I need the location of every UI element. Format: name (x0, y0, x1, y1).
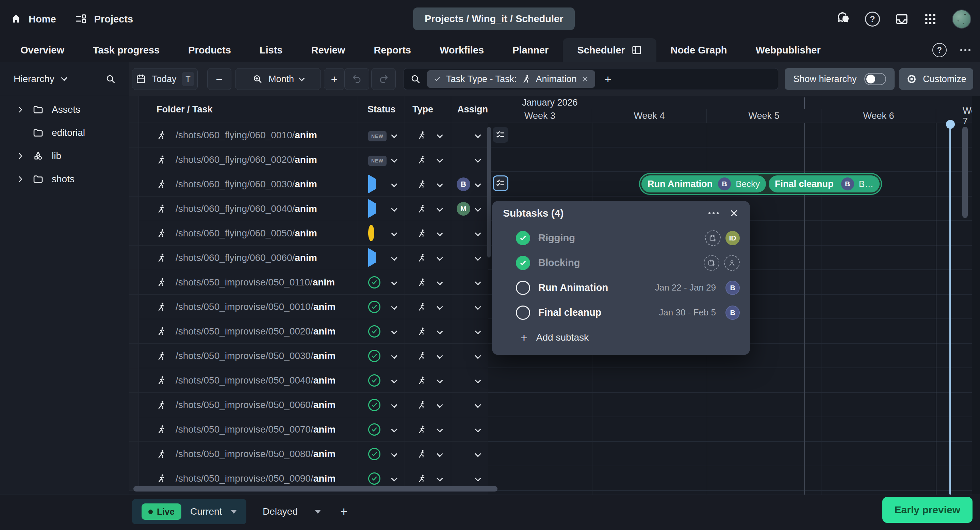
playhead-handle[interactable] (946, 120, 955, 129)
help-icon[interactable]: ? (865, 11, 880, 27)
subtask-row[interactable]: Final cleanup Jan 30 - Feb 5B (492, 300, 750, 325)
chevron-down-icon[interactable] (437, 279, 443, 285)
version-tab-delayed[interactable]: Delayed (263, 499, 321, 524)
type-cell[interactable] (404, 319, 451, 343)
status-cell[interactable] (358, 246, 404, 270)
chevron-down-icon[interactable] (437, 475, 443, 481)
chevron-down-icon[interactable] (391, 475, 397, 481)
tab[interactable]: Scheduler (563, 38, 656, 62)
type-cell[interactable] (404, 344, 451, 368)
close-icon[interactable] (729, 208, 739, 218)
assignee-cell[interactable]: B (451, 172, 488, 196)
chevron-down-icon[interactable] (437, 353, 443, 359)
type-cell[interactable] (404, 147, 451, 172)
close-icon[interactable] (582, 75, 589, 83)
chevron-down-icon[interactable] (391, 230, 397, 236)
calendar-add-icon[interactable] (704, 255, 719, 271)
table-row[interactable]: /shots/050_improvise/050_0080/anim (129, 442, 488, 466)
today-button[interactable]: Today T (132, 68, 198, 90)
chevron-down-icon[interactable] (475, 303, 481, 310)
status-cell[interactable] (358, 221, 404, 245)
column-assignee[interactable]: Assignee (451, 96, 488, 123)
table-scrollbar[interactable] (487, 127, 491, 257)
subtask-row[interactable]: Run Animation Jan 22 - Jan 29B (492, 275, 750, 300)
zoom-level-select[interactable]: Month (235, 68, 321, 90)
version-tab-current[interactable]: Live Current (132, 499, 247, 524)
status-cell[interactable] (358, 368, 404, 393)
chevron-down-icon[interactable] (437, 254, 443, 260)
hierarchy-header[interactable]: Hierarchy (0, 62, 129, 96)
subtask-checkbox[interactable] (516, 305, 530, 320)
search-icon[interactable] (105, 73, 116, 85)
status-cell[interactable] (358, 172, 404, 196)
tree-item[interactable]: Assets (0, 98, 129, 121)
chevron-down-icon[interactable] (475, 279, 481, 285)
chevron-down-icon[interactable] (437, 377, 443, 383)
tree-item[interactable]: lib (0, 144, 129, 168)
assignee-cell[interactable] (451, 417, 488, 441)
subtasks-button[interactable] (493, 127, 508, 143)
assignee-cell[interactable] (451, 246, 488, 270)
chevron-down-icon[interactable] (475, 181, 481, 187)
chevron-down-icon[interactable] (391, 254, 397, 260)
table-row[interactable]: /shots/060_flying/060_0020/anim NEW (129, 147, 488, 172)
tab[interactable]: Task progress (79, 38, 174, 62)
type-cell[interactable] (404, 393, 451, 417)
task-cell[interactable]: /shots/050_improvise/050_0070/anim (139, 417, 358, 441)
chevron-down-icon[interactable] (391, 377, 397, 383)
assignee-cell[interactable] (451, 295, 488, 319)
show-hierarchy-toggle[interactable]: Show hierarchy (785, 68, 894, 90)
zoom-in-button[interactable]: + (324, 68, 345, 90)
chevron-down-icon[interactable] (475, 230, 481, 236)
horizontal-scrollbar[interactable] (134, 486, 498, 492)
zoom-out-button[interactable]: − (207, 68, 231, 90)
type-cell[interactable] (404, 196, 451, 221)
subtasks-button-selected[interactable] (493, 176, 508, 191)
type-cell[interactable] (404, 442, 451, 466)
task-cell[interactable]: /shots/050_improvise/050_0080/anim (139, 442, 358, 466)
tree-item[interactable]: shots (0, 168, 129, 191)
breadcrumb[interactable]: Projects / Wing_it / Scheduler (413, 8, 575, 30)
status-cell[interactable] (358, 196, 404, 221)
chevron-down-icon[interactable] (475, 328, 481, 334)
tab[interactable]: Products (174, 38, 245, 62)
task-cell[interactable]: /shots/060_flying/060_0010/anim (139, 123, 358, 147)
status-cell[interactable]: NEW (358, 147, 404, 172)
status-cell[interactable] (358, 270, 404, 294)
assignee-cell[interactable] (451, 147, 488, 172)
redo-button[interactable] (371, 68, 396, 90)
column-folder-task[interactable]: Folder / Task (139, 96, 358, 123)
early-preview-button[interactable]: Early preview (882, 497, 972, 523)
task-cell[interactable]: /shots/060_flying/060_0050/anim (139, 221, 358, 245)
chevron-down-icon[interactable] (475, 353, 481, 359)
chevron-down-icon[interactable] (391, 353, 397, 359)
status-cell[interactable] (358, 319, 404, 343)
column-type[interactable]: Type (404, 96, 451, 123)
task-cell[interactable]: /shots/050_improvise/050_0030/anim (139, 344, 358, 368)
column-status[interactable]: Status (358, 96, 404, 123)
chevron-down-icon[interactable] (475, 451, 481, 457)
type-cell[interactable] (404, 270, 451, 294)
task-cell[interactable]: /shots/050_improvise/050_0110/anim (139, 270, 358, 294)
tab[interactable]: Workfiles (425, 38, 498, 62)
tab[interactable]: Planner (498, 38, 563, 62)
table-row[interactable]: /shots/060_flying/060_0010/anim NEW (129, 123, 488, 147)
table-row[interactable]: /shots/050_improvise/050_0030/anim (129, 344, 488, 368)
status-cell[interactable] (358, 442, 404, 466)
chevron-down-icon[interactable] (391, 132, 397, 138)
table-row[interactable]: /shots/060_flying/060_0040/anim M (129, 196, 488, 221)
type-cell[interactable] (404, 172, 451, 196)
subtask-checkbox[interactable] (516, 256, 530, 270)
status-cell[interactable] (358, 295, 404, 319)
chevron-down-icon[interactable] (437, 230, 443, 236)
subtask-row[interactable]: Blocking (492, 251, 750, 275)
chevron-right-icon[interactable] (16, 152, 24, 160)
chevron-down-icon[interactable] (391, 279, 397, 285)
subtask-checkbox[interactable] (516, 281, 530, 295)
chevron-down-icon[interactable] (437, 426, 443, 432)
add-subtask-button[interactable]: + Add subtask (492, 332, 750, 343)
chevron-down-icon[interactable] (437, 402, 443, 408)
caret-down-icon[interactable] (315, 510, 321, 514)
status-cell[interactable] (358, 344, 404, 368)
task-cell[interactable]: /shots/050_improvise/050_0040/anim (139, 368, 358, 393)
